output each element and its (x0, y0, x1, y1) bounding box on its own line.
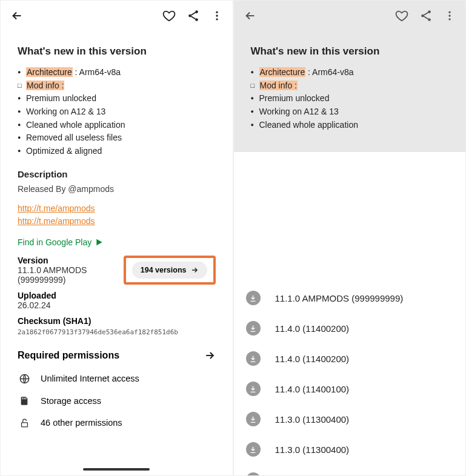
download-icon (246, 291, 261, 305)
whatsnew-title: What's new in this version (251, 45, 449, 58)
description-title: Description (18, 169, 216, 179)
more-icon[interactable] (444, 9, 456, 22)
svg-point-3 (216, 12, 218, 13)
permission-label: Unlimited Internet access (41, 374, 139, 383)
permissions-title: Required permissions (18, 350, 204, 361)
version-value-2: (999999999) (18, 275, 124, 285)
topbar-dim (234, 1, 466, 31)
list-item: Working on A12 & 13 (18, 105, 216, 119)
topbar (1, 1, 233, 31)
architecture-value: : Arm64-v8a (73, 67, 121, 77)
list-item: Cleaned whole application (18, 119, 216, 132)
checksum-value: 2a1862f0677913f37946de536ea6af182f851d6b (18, 328, 216, 336)
favorite-icon[interactable] (162, 9, 176, 22)
share-icon[interactable] (187, 9, 200, 22)
architecture-label: Architecture (26, 67, 73, 77)
versions-sheet: 11.1.0 AMPMODS (999999999)11.4.0 (114002… (234, 283, 466, 476)
permissions-header[interactable]: Required permissions (18, 349, 216, 362)
version-item[interactable]: 11.1.0 AMPMODS (999999999) (234, 283, 466, 313)
list-item: Optimized & aligned (18, 145, 216, 158)
versions-button-label: 194 versions (141, 266, 187, 274)
sdcard-icon (18, 395, 31, 406)
link-telegram-1[interactable]: http://t.me/ampmods (18, 202, 216, 215)
permission-label: Storage access (41, 396, 101, 406)
list-item: Removed all useless files (18, 131, 216, 145)
permission-label: 46 other permissions (41, 418, 122, 428)
modinfo-label: Mod info : (26, 81, 64, 90)
svg-rect-8 (24, 397, 24, 399)
list-item: Premium unlocked (18, 92, 216, 105)
phone-right: What's new in this version Architecture … (233, 0, 467, 476)
permission-item: Storage access (18, 390, 216, 412)
svg-point-4 (216, 15, 218, 16)
list-item: Architecture : Arm64-v8a (251, 66, 449, 79)
version-value-1: 11.1.0 AMPMODS (18, 265, 124, 275)
svg-point-14 (448, 12, 450, 13)
checksum-label: Checksum (SHA1) (18, 316, 216, 326)
lock-icon (18, 417, 31, 429)
list-item: Architecture : Arm64-v8a (18, 66, 216, 79)
favorite-icon[interactable] (395, 9, 408, 22)
more-icon[interactable] (211, 9, 223, 22)
list-item: Premium unlocked (251, 92, 449, 105)
arrow-right-icon (190, 266, 199, 274)
version-item-label: 11.1.0 AMPMODS (999999999) (275, 293, 404, 303)
svg-rect-9 (25, 397, 26, 399)
back-icon[interactable] (244, 9, 396, 22)
download-icon (246, 382, 261, 396)
download-icon (246, 472, 261, 476)
list-item: Mod info : (251, 79, 449, 93)
back-icon[interactable] (10, 9, 162, 22)
arrow-right-icon (204, 349, 216, 362)
version-item-label: 11.3.0 (11300400) (275, 414, 350, 425)
content-dim: What's new in this version Architecture … (234, 31, 466, 152)
download-icon (246, 442, 261, 457)
list-item: Working on A12 & 13 (251, 105, 449, 119)
whatsnew-list: Architecture : Arm64-v8a Mod info : Prem… (18, 66, 216, 158)
play-icon (95, 238, 104, 246)
version-item-label: 11.4.0 (11400100) (275, 384, 350, 394)
version-item[interactable]: 11.4.0 (11400200) (234, 313, 466, 343)
download-icon (246, 321, 261, 336)
architecture-value: : Arm64-v8a (305, 67, 353, 77)
svg-rect-7 (22, 397, 23, 399)
permission-item: Unlimited Internet access (18, 368, 216, 390)
svg-rect-10 (21, 423, 27, 427)
modinfo-label: Mod info : (259, 81, 298, 90)
home-indicator (83, 468, 150, 471)
version-item[interactable]: 11.3.0 (11300400) (234, 434, 466, 464)
svg-point-5 (216, 18, 218, 20)
version-item-label: 11.4.0 (11400200) (275, 354, 350, 364)
version-item-label: 11.3.0 (11300400) (275, 445, 350, 455)
list-item: Mod info : (18, 79, 216, 93)
content-left: What's new in this version Architecture … (1, 31, 233, 434)
play-label: Find in Google Play (18, 237, 92, 247)
permission-item: 46 other permissions (18, 412, 216, 434)
architecture-label: Architecture (259, 67, 306, 77)
find-in-play-link[interactable]: Find in Google Play (18, 237, 216, 247)
globe-icon (18, 373, 31, 385)
uploaded-label: Uploaded (18, 291, 216, 300)
description-text: Released By @ampmods (18, 184, 216, 194)
list-item: Cleaned whole application (251, 119, 449, 132)
download-icon (246, 351, 261, 366)
share-icon[interactable] (419, 9, 433, 22)
version-item[interactable]: 11.4.0 (11400100) (234, 374, 466, 404)
svg-point-15 (448, 15, 450, 16)
versions-button[interactable]: 194 versions (132, 262, 207, 279)
whatsnew-list: Architecture : Arm64-v8a Mod info : Prem… (251, 66, 449, 131)
phone-left: What's new in this version Architecture … (0, 0, 233, 476)
download-icon (246, 412, 261, 426)
whatsnew-title: What's new in this version (18, 45, 216, 58)
uploaded-value: 26.02.24 (18, 300, 216, 310)
link-telegram-2[interactable]: http://t.me/ampmods (18, 215, 216, 228)
version-item[interactable]: 11.3.0 (11300400) (234, 404, 466, 434)
version-label: Version (18, 256, 124, 265)
svg-point-16 (448, 18, 450, 20)
versions-button-highlight: 194 versions (124, 256, 216, 285)
version-item-label: 11.4.0 (11400200) (275, 323, 350, 334)
version-row: Version 11.1.0 AMPMODS (999999999) 194 v… (18, 256, 216, 285)
version-item[interactable]: 11.4.0 (11400200) (234, 343, 466, 374)
version-item[interactable]: 11.3.0 (11300300) (234, 464, 466, 476)
